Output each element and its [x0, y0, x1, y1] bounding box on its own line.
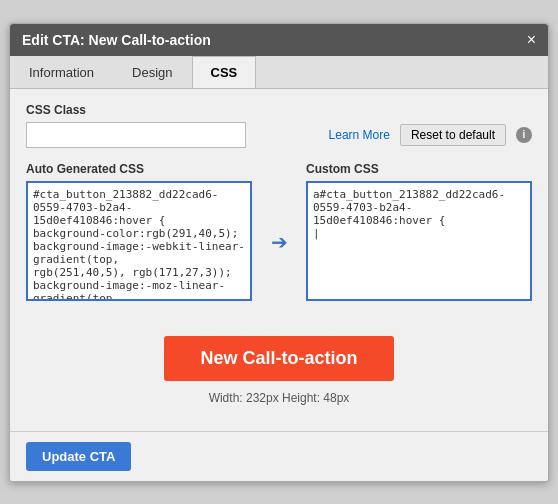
modal-title: Edit CTA: New Call-to-action [22, 32, 211, 48]
reset-default-button[interactable]: Reset to default [400, 124, 506, 146]
custom-css-textarea[interactable] [306, 181, 532, 301]
tab-information[interactable]: Information [10, 56, 113, 88]
learn-more-link[interactable]: Learn More [329, 128, 390, 142]
css-editors-row: Auto Generated CSS ➔ Custom CSS [26, 162, 532, 304]
arrow-col: ➔ [264, 162, 294, 304]
update-cta-button[interactable]: Update CTA [26, 442, 131, 471]
modal-body: CSS Class Learn More Reset to default i … [10, 89, 548, 431]
cta-preview-button[interactable]: New Call-to-action [164, 336, 393, 381]
tab-css[interactable]: CSS [192, 56, 257, 88]
tab-bar: Information Design CSS [10, 56, 548, 89]
auto-css-label: Auto Generated CSS [26, 162, 252, 176]
custom-css-section: Custom CSS [306, 162, 532, 304]
css-class-label: CSS Class [26, 103, 532, 117]
custom-css-label: Custom CSS [306, 162, 532, 176]
close-button[interactable]: × [527, 32, 536, 48]
preview-section: New Call-to-action [26, 318, 532, 391]
arrow-right-icon: ➔ [271, 230, 288, 254]
info-icon[interactable]: i [516, 127, 532, 143]
css-class-row: Learn More Reset to default i [26, 122, 532, 148]
modal-footer: Update CTA [10, 431, 548, 481]
modal: Edit CTA: New Call-to-action × Informati… [9, 23, 549, 482]
auto-css-textarea[interactable] [26, 181, 252, 301]
tab-design[interactable]: Design [113, 56, 191, 88]
css-class-input[interactable] [26, 122, 246, 148]
modal-header: Edit CTA: New Call-to-action × [10, 24, 548, 56]
auto-css-section: Auto Generated CSS [26, 162, 252, 304]
dimensions-text: Width: 232px Height: 48px [26, 391, 532, 405]
